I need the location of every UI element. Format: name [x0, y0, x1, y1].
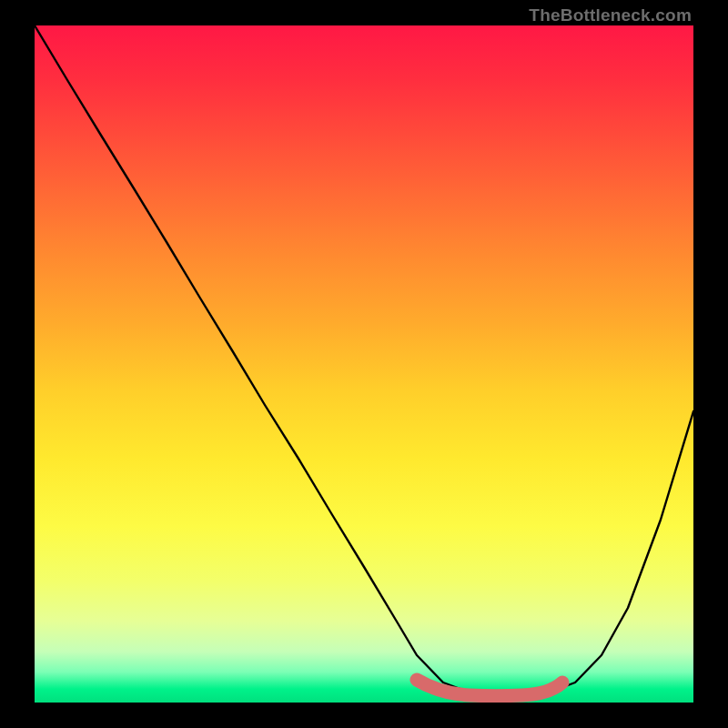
optimal-zone-marker [417, 680, 562, 696]
watermark-text: TheBottleneck.com [529, 5, 692, 25]
bottleneck-curve [35, 25, 693, 693]
plot-area [35, 25, 693, 703]
chart-container: TheBottleneck.com [0, 0, 728, 728]
curve-layer [35, 25, 693, 703]
